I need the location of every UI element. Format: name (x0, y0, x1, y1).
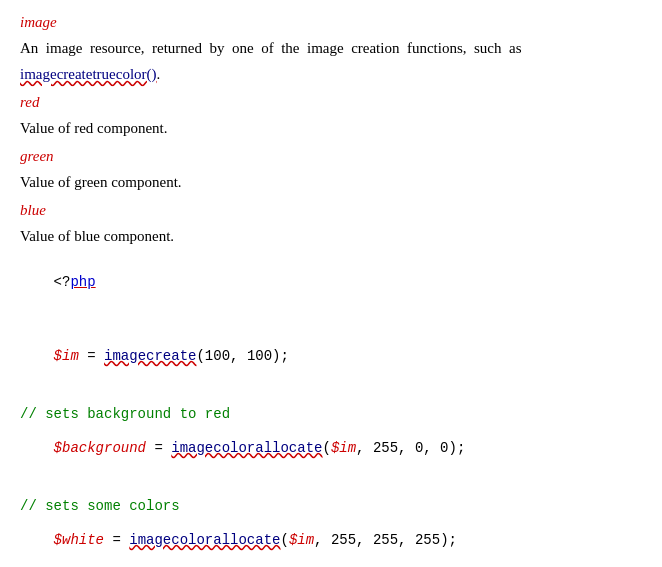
code-block: <?php $im = imagecreate(100, 100); // se… (20, 258, 642, 567)
code-spacer-2 (20, 382, 642, 398)
doc-section: image An image resource, returned by one… (20, 10, 642, 248)
code-spacer-3 (20, 474, 642, 490)
code-background: $background = imagecolorallocate($im, 25… (20, 424, 642, 472)
param-image-name: image (20, 14, 57, 30)
code-comment-1: // sets background to red (20, 406, 642, 422)
param-red: red Value of red component. (20, 90, 642, 140)
param-green: green Value of green component. (20, 144, 642, 194)
param-blue-desc: Value of blue component. (20, 224, 642, 248)
imagecreatetruecolor-ref[interactable]: imagecreatetruecolor() (20, 66, 157, 82)
param-blue: blue Value of blue component. (20, 198, 642, 248)
php-keyword: php (70, 274, 95, 290)
param-red-desc: Value of red component. (20, 116, 642, 140)
param-green-desc: Value of green component. (20, 170, 642, 194)
param-red-name: red (20, 94, 39, 110)
code-white: $white = imagecolorallocate($im, 255, 25… (20, 516, 642, 564)
code-line-php-open: <?php (20, 258, 642, 306)
param-green-name: green (20, 148, 54, 164)
code-imagecreate: $im = imagecreate(100, 100); (20, 332, 642, 380)
code-spacer-1 (20, 308, 642, 324)
param-image-desc-pre: An image resource, returned by one of th… (20, 40, 522, 56)
param-image: image An image resource, returned by one… (20, 10, 642, 86)
param-blue-name: blue (20, 202, 46, 218)
code-comment-2: // sets some colors (20, 498, 642, 514)
